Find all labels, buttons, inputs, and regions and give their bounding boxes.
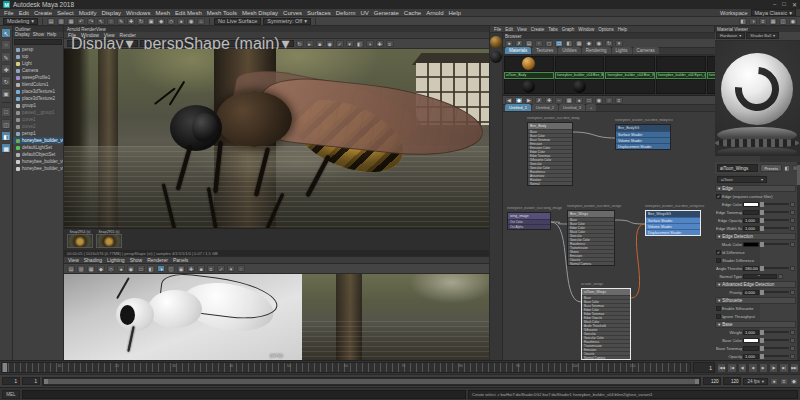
viewport-menu-shading[interactable]: Shading: [84, 257, 102, 263]
undo-icon[interactable]: ↶: [77, 18, 85, 25]
material-swatch-cell[interactable]: [555, 56, 605, 72]
range-slider-bar[interactable]: [44, 379, 699, 384]
snapshot-thumbnail[interactable]: Snap2955 (s): [96, 230, 122, 248]
make-live-icon[interactable]: ⌂: [197, 18, 205, 25]
move-tool-icon[interactable]: ✚: [1, 64, 11, 74]
menu-deform[interactable]: Deform: [336, 10, 356, 16]
start-render-icon[interactable]: ▸: [306, 40, 314, 47]
attribute-value-field[interactable]: 1.000: [743, 218, 759, 223]
hypershade-menu-options[interactable]: Options: [598, 27, 614, 32]
output-connections-icon[interactable]: ▶: [525, 97, 533, 104]
outliner-item[interactable]: Light: [13, 60, 63, 67]
snap-grid-icon[interactable]: ◆: [157, 18, 165, 25]
image-plane-icon[interactable]: ◧: [147, 265, 155, 272]
select-by-hierarchy-icon[interactable]: ▤: [67, 265, 75, 272]
checkbox[interactable]: [716, 258, 721, 263]
sort-name-icon[interactable]: ▤: [525, 40, 533, 47]
refresh-render-icon[interactable]: ↻: [296, 40, 304, 47]
snap-to-grid-icon[interactable]: ◆: [97, 265, 105, 272]
section-header-base[interactable]: ▾Base: [715, 321, 796, 328]
filter-lights-icon[interactable]: ◉: [595, 40, 603, 47]
node-tab-+[interactable]: +: [586, 104, 596, 111]
node-connection-wire[interactable]: [573, 132, 615, 138]
renderer-dropdown[interactable]: Hardware▾: [716, 32, 745, 39]
outliner-item[interactable]: persp1: [13, 130, 63, 137]
graph-node-n2[interactable]: Bee_BodySGSurface ShaderVolume ShaderDis…: [615, 124, 671, 150]
remove-from-graph-icon[interactable]: –: [555, 97, 563, 104]
node-connection-wire[interactable]: [615, 220, 645, 224]
select-tool-icon[interactable]: ↖: [1, 28, 11, 38]
mel-toggle-button[interactable]: MEL: [2, 390, 20, 399]
create-material-icon[interactable]: ●: [505, 40, 513, 47]
select-tool-icon[interactable]: ↖: [97, 18, 105, 25]
menu-display[interactable]: Display: [101, 10, 121, 16]
menu-windows[interactable]: Windows: [126, 10, 150, 16]
snap-point-icon[interactable]: ●: [177, 18, 185, 25]
animation-start-field[interactable]: 1: [2, 377, 20, 385]
pin-nodes-icon[interactable]: ●: [575, 97, 583, 104]
attribute-value-field[interactable]: [743, 210, 759, 215]
layout-single-pane-icon[interactable]: □: [1, 107, 11, 117]
rearrange-graph-icon[interactable]: ▦: [565, 97, 573, 104]
hypershade-open-icon[interactable]: ▦: [769, 18, 777, 25]
shading-smooth-icon[interactable]: ◑: [157, 265, 165, 272]
workspace-dropdown[interactable]: Maya Classic▾: [751, 9, 796, 16]
open-scene-icon[interactable]: ▥: [57, 18, 65, 25]
attribute-value-field[interactable]: 180.000: [743, 266, 759, 271]
node-tab-untitled_3[interactable]: Untitled_3: [559, 104, 585, 111]
snapshot-thumbnail[interactable]: Snap2954 (s): [67, 230, 93, 248]
attribute-value-field[interactable]: 1.000: [743, 226, 759, 231]
paint-select-tool-icon[interactable]: ✎: [117, 18, 125, 25]
no-live-surface-dropdown[interactable]: No Live Surface: [214, 18, 261, 25]
outliner-item[interactable]: defaultObjectSet: [13, 151, 63, 158]
outliner-item[interactable]: pasted__group1: [13, 109, 63, 116]
viewport-menu-show[interactable]: Show: [130, 257, 143, 263]
menu-modify[interactable]: Modify: [79, 10, 97, 16]
map-texture-button[interactable]: [790, 202, 795, 207]
outliner-item[interactable]: defaultLightSet: [13, 144, 63, 151]
outliner-item[interactable]: place3dTexture1: [13, 88, 63, 95]
section-header-advanced-edge-detection[interactable]: ▾Advanced Edge Detection: [715, 281, 796, 288]
color-swatch[interactable]: [743, 242, 759, 247]
motion-blur-icon[interactable]: ✓: [217, 265, 225, 272]
set-key-icon[interactable]: ◆: [790, 378, 798, 385]
lasso-tool-icon[interactable]: ○: [1, 40, 11, 50]
go-to-start-button[interactable]: |◀◀: [717, 363, 726, 373]
material-swatch-cell[interactable]: [555, 79, 605, 95]
graph-node-attribute[interactable]: Normal Camera: [582, 355, 630, 359]
snap-to-point-icon[interactable]: ●: [117, 265, 125, 272]
symmetry-dropdown[interactable]: Symmetry: Off▾: [263, 18, 311, 25]
menu-file[interactable]: File: [4, 10, 14, 16]
perspective-viewport[interactable]: persp: [64, 274, 489, 360]
menu-curves[interactable]: Curves: [283, 10, 302, 16]
aov-select-icon[interactable]: ▾: [346, 40, 354, 47]
create-material-swatch[interactable]: [490, 36, 502, 48]
material-swatch-cell[interactable]: [504, 56, 554, 72]
maximize-button[interactable]: □: [782, 1, 786, 8]
outliner-item[interactable]: curve1: [13, 116, 63, 123]
filter-utilities-icon[interactable]: ◆: [585, 40, 593, 47]
wireframe-on-shaded-icon[interactable]: ◫: [167, 265, 175, 272]
attribute-value-field[interactable]: 1.000: [743, 330, 759, 335]
pin-browser-icon[interactable]: ▾: [615, 40, 623, 47]
search-nodes-icon[interactable]: ○: [605, 97, 613, 104]
outliner-menu-show[interactable]: Show: [33, 32, 44, 37]
filter-graph-icon[interactable]: ≡: [615, 97, 623, 104]
playback-start-field[interactable]: 1: [22, 377, 40, 385]
material-swatch-cell[interactable]: [605, 79, 655, 95]
hypershade-menu-window[interactable]: Window: [578, 27, 594, 32]
menu-select[interactable]: Select: [57, 10, 74, 16]
outliner-item[interactable]: top: [13, 53, 63, 60]
animation-preferences-icon[interactable]: ≡: [780, 378, 788, 385]
range-slider-track[interactable]: [42, 377, 701, 386]
screen-space-ao-icon[interactable]: ≡: [207, 265, 215, 272]
select-by-object-icon[interactable]: ▥: [77, 265, 85, 272]
camera-attributes-icon[interactable]: ◉: [127, 265, 135, 272]
frame-all-icon[interactable]: □: [585, 97, 593, 104]
textured-icon[interactable]: ▣: [177, 265, 185, 272]
options-icon[interactable]: ≡: [386, 40, 394, 47]
stop-render-icon[interactable]: ■: [316, 40, 324, 47]
menu-arnold[interactable]: Arnold: [426, 10, 443, 16]
viewport-menu-lighting[interactable]: Lighting: [107, 257, 125, 263]
color-swatch[interactable]: [743, 338, 759, 343]
